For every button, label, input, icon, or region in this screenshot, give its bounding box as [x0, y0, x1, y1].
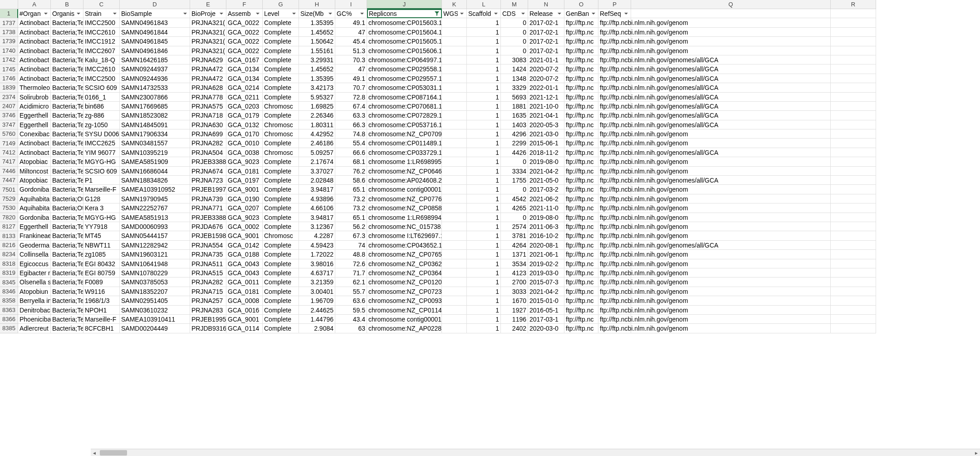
cell[interactable] — [442, 185, 467, 194]
row-number[interactable]: 1 — [0, 9, 18, 18]
cell[interactable]: ftp://ftp.ncbi.nlm.nih.gov/genomes/all/G… — [598, 55, 631, 64]
cell[interactable]: chromosome:CP015606.1 — [367, 46, 442, 55]
cell[interactable] — [831, 241, 876, 250]
cell[interactable]: PRJNA321( — [190, 18, 226, 27]
cell[interactable]: ftp://ftp.ncbi.nlm.nih.gov/genom — [598, 231, 631, 240]
cell[interactable]: Complete — [263, 296, 299, 305]
cell[interactable]: 2011-06-3 — [528, 222, 564, 231]
cell[interactable] — [831, 93, 876, 102]
row-number[interactable]: 8216 — [0, 241, 18, 250]
cell[interactable]: 1.44796 — [299, 315, 335, 324]
cell[interactable]: chromosome:CP011489.1 — [367, 139, 442, 148]
row-number[interactable]: 7820 — [0, 213, 18, 222]
cell[interactable] — [831, 278, 876, 287]
cell[interactable]: SYSU D006 — [83, 129, 120, 139]
cell[interactable]: SAMN18523082 — [120, 111, 190, 120]
cell[interactable]: 1.50642 — [299, 37, 335, 46]
cell[interactable]: 47 — [335, 28, 367, 37]
cell[interactable]: Complete — [263, 111, 299, 120]
cell[interactable]: 4264 — [501, 241, 528, 250]
row-number[interactable]: 8319 — [0, 268, 18, 278]
cell[interactable]: SAMEA5851909 — [120, 157, 190, 166]
filter-header-cell[interactable]: BioSample — [120, 9, 190, 18]
cell[interactable]: 74.8 — [335, 129, 367, 139]
cell[interactable]: 3033 — [501, 287, 528, 296]
cell[interactable]: 1 — [467, 324, 501, 333]
cell[interactable]: chromosome:NZ_CP011402.1/CP01 — [367, 306, 442, 315]
cell[interactable]: chromosome:CP015604.1 — [367, 28, 442, 37]
row-number[interactable]: 1742 — [0, 55, 18, 64]
cell[interactable]: GCA_0214 — [226, 83, 263, 92]
cell[interactable]: 65.1 — [335, 213, 367, 222]
cell[interactable]: Bacteria;Te — [51, 241, 83, 250]
cell[interactable]: GCA_9001 — [226, 185, 263, 194]
cell[interactable]: IMCC1912 — [83, 37, 120, 46]
cell[interactable]: 2.26346 — [299, 111, 335, 120]
cell[interactable]: GCA_9001 — [226, 315, 263, 324]
cell[interactable]: ftp://ftp.ncbi.nlm.nih.gov/genomes/all/G… — [598, 241, 631, 250]
cell[interactable]: GCA_0132 — [226, 120, 263, 129]
cell[interactable] — [442, 129, 467, 139]
filter-dropdown-icon[interactable] — [623, 10, 629, 17]
cell[interactable]: 2015-01-0 — [528, 296, 564, 305]
cell[interactable]: 5.95327 — [299, 93, 335, 102]
cell[interactable]: Chromosc — [263, 231, 299, 240]
cell[interactable] — [831, 203, 876, 213]
cell[interactable]: SAMN02951405 — [120, 296, 190, 305]
cell[interactable]: 71.7 — [335, 268, 367, 278]
cell[interactable]: PRJNA628 — [190, 83, 226, 92]
cell[interactable]: 1 — [467, 18, 501, 27]
row-number[interactable]: 3747 — [0, 120, 18, 129]
cell[interactable]: ftp://ftp.ncbi.nlm.nih.gov/genom — [598, 259, 631, 268]
row-number[interactable]: 7447 — [0, 176, 18, 185]
cell[interactable]: Complete — [263, 315, 299, 324]
cell[interactable]: chromosome:NZ_CP064655.1/CP06 — [367, 167, 442, 176]
cell[interactable]: G128 — [83, 194, 120, 203]
cell[interactable]: 1 — [467, 139, 501, 148]
cell[interactable]: chromosome:NZ_CP085840.1/CP08 — [367, 203, 442, 213]
filter-header-cell[interactable]: Replicons — [367, 9, 442, 18]
cell[interactable]: ftp://ftp.ncbi.nlm.nih.gov/genomes/all/G… — [598, 74, 631, 83]
cell[interactable]: Complete — [263, 64, 299, 74]
cell[interactable]: Bacteria;Te — [51, 111, 83, 120]
cell[interactable]: PRJDA676 — [190, 222, 226, 231]
cell[interactable]: 3.42173 — [299, 83, 335, 92]
cell[interactable] — [831, 222, 876, 231]
cell[interactable]: 56.2 — [335, 222, 367, 231]
cell[interactable]: 2015-06-1 — [528, 139, 564, 148]
cell[interactable]: ftp://ftp.ncbi.nlm.nih.gov/genomes/all/G… — [598, 148, 631, 157]
cell[interactable] — [442, 139, 467, 148]
filter-header-cell[interactable]: Assemb — [226, 9, 263, 18]
cell[interactable] — [442, 278, 467, 287]
cell[interactable]: Kalu_18-Q — [83, 55, 120, 64]
cell[interactable]: 2021-12-1 — [528, 93, 564, 102]
cell[interactable]: PRJNA283 — [190, 306, 226, 315]
cell[interactable] — [831, 324, 876, 333]
scroll-right-icon[interactable]: ► — [973, 449, 980, 456]
cell[interactable]: 58.6 — [335, 176, 367, 185]
cell[interactable]: 1 — [467, 287, 501, 296]
filter-header-cell[interactable]: Size(Mb — [299, 9, 335, 18]
cell[interactable]: 1348 — [501, 74, 528, 83]
cell[interactable]: 66.6 — [335, 148, 367, 157]
cell[interactable] — [831, 306, 876, 315]
cell[interactable] — [442, 120, 467, 129]
cell[interactable]: 72.6 — [335, 259, 367, 268]
cell[interactable]: 3.00401 — [299, 287, 335, 296]
cell[interactable]: Bacteria;Te — [51, 222, 83, 231]
cell[interactable]: 1927 — [501, 306, 528, 315]
cell[interactable]: ftp://ftp.ncbi.nlm.nih.gov/genom — [598, 167, 631, 176]
cell[interactable]: Olsenella s — [18, 278, 51, 287]
cell[interactable]: 63.6 — [335, 296, 367, 305]
cell[interactable]: IMCC2500 — [83, 74, 120, 83]
cell[interactable]: EGI 80432 — [83, 259, 120, 268]
cell[interactable]: PRJNA511 — [190, 259, 226, 268]
cell[interactable]: ftp://ftp.nc — [564, 268, 598, 278]
cell[interactable]: IMCC2610 — [83, 28, 120, 37]
cell[interactable] — [442, 268, 467, 278]
cell[interactable]: Actinobact — [18, 18, 51, 27]
cell[interactable]: SAMN16686044 — [120, 167, 190, 176]
cell[interactable]: Gordoniba — [18, 213, 51, 222]
cell[interactable]: chromosome contig00001:NZ_LT82 — [367, 315, 442, 324]
cell[interactable]: 47 — [335, 64, 367, 74]
